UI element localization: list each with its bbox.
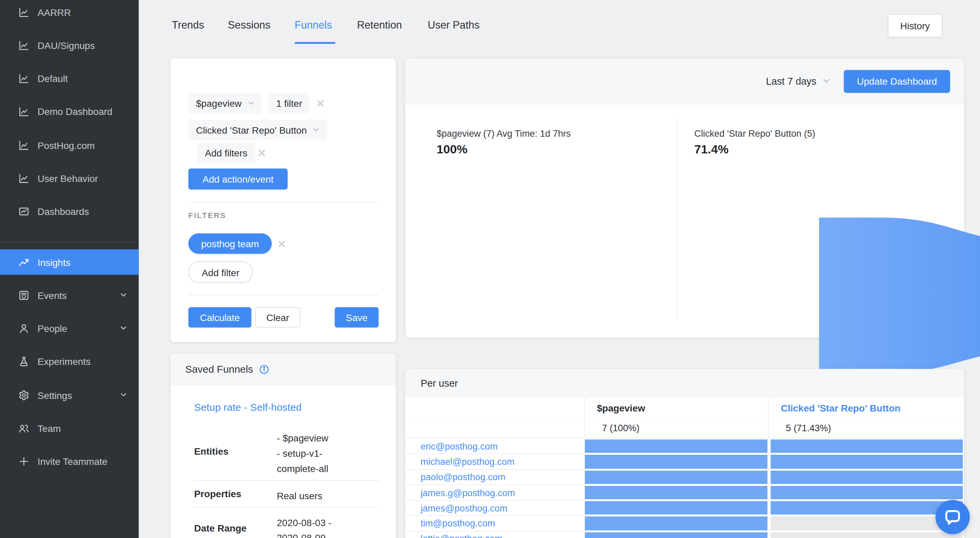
step1-event-label: $pageview [196,98,242,109]
save-button[interactable]: Save [335,307,379,327]
sidebar-item-settings[interactable]: Settings [0,379,139,411]
user-email-link[interactable]: eric@posthog.com [421,439,498,454]
user-email-link[interactable]: james@posthog.com [421,501,508,516]
sidebar-item-aarrr[interactable]: AARRR [0,0,139,29]
user-rows: eric@posthog.com michael@posthog.com pao… [405,439,964,538]
table-row: michael@posthog.com [405,454,964,470]
chart-line-icon [18,173,29,184]
chat-widget-button[interactable] [935,500,970,534]
saved-funnels-header: Saved Funnels [170,354,396,386]
sidebar-item-dau-signups[interactable]: DAU/Signups [0,29,139,62]
add-action-event-button[interactable]: Add action/event [189,169,288,190]
per-user-header: Per user [405,369,964,398]
user-cell: james@posthog.com [405,501,584,516]
date-range-dropdown[interactable]: Last 7 days [766,76,830,87]
flask-icon [18,356,29,367]
sidebar-item-posthog-com[interactable]: PostHog.com [0,129,139,162]
sidebar-item-label: Team [37,423,61,433]
add-filter-pill[interactable]: Add filter [189,262,253,283]
tab-retention[interactable]: Retention [357,19,402,31]
section-divider [189,295,379,295]
sidebar-item-insights[interactable]: Insights [0,249,139,275]
sidebar-item-people[interactable]: People [0,311,139,344]
chart-line-icon [18,73,29,84]
step1-bar [585,501,768,515]
info-icon[interactable] [259,364,269,375]
saved-funnels-panel: Saved Funnels Setup rate - Self-hosted E… [170,354,396,538]
entities-value-line: complete-all [277,461,328,476]
sidebar-item-default[interactable]: Default [0,62,139,95]
step2-column-header[interactable]: Clicked 'Star Repo' Button [768,398,964,419]
sidebar-item-events[interactable]: Events [0,279,139,311]
step1-count-cell: 7 (100%) [584,419,768,438]
caret-down-icon [247,100,255,107]
calculate-button[interactable]: Calculate [189,307,251,327]
step2-event-dropdown[interactable]: Clicked 'Star Repo' Button [189,120,327,141]
sidebar-item-label: Experiments [37,356,91,367]
clear-button[interactable]: Clear [255,307,301,327]
remove-step2-icon[interactable] [258,149,266,157]
active-filter-label: posthog team [201,238,259,249]
per-user-panel: Per user $pageview Clicked 'Star Repo' B… [405,369,964,538]
table-counts-row: 7 (100%) 5 (71.43%) [405,419,964,438]
update-dashboard-button[interactable]: Update Dashboard [844,70,950,92]
filters-section-label: FILTERS [189,211,226,220]
chart-line-icon [18,40,29,51]
step2-bar [771,470,963,484]
funnel-steps-panel: STEPS $pageview 1 filter Clicked 'Star R… [170,59,396,342]
step1-bar [585,455,768,469]
container-icon [18,290,29,301]
step2-bar [771,440,963,453]
chat-bubble-icon [942,506,964,528]
tab-sessions[interactable]: Sessions [228,19,270,31]
step2-bar [771,501,963,515]
step2-bar [771,532,963,538]
app-viewport: AARRR DAU/Signups Default Demo Dashboard… [0,0,980,538]
sidebar-item-label: AARRR [37,7,71,18]
chevron-down-icon [120,324,127,332]
sidebar-item-experiments[interactable]: Experiments [0,345,139,378]
step1-filter-count-chip[interactable]: 1 filter [269,93,310,114]
active-filter-pill[interactable]: posthog team [189,233,272,254]
tab-funnels[interactable]: Funnels [295,19,332,31]
properties-value: Real users [277,488,323,504]
saved-funnel-link[interactable]: Setup rate - Self-hosted [194,402,301,414]
tab-user-paths[interactable]: User Paths [428,19,480,31]
step2-add-filters-label: Add filters [205,148,247,159]
user-email-link[interactable]: james.g@posthog.com [421,485,515,500]
user-email-link[interactable]: tim@posthog.com [421,516,495,531]
tab-trends[interactable]: Trends [172,19,204,31]
user-email-link[interactable]: michael@posthog.com [421,454,514,469]
remove-filter-icon[interactable] [277,240,285,248]
sidebar-item-demo-dashboard[interactable]: Demo Dashboard [0,95,139,128]
chart-line-icon [18,106,29,117]
sidebar-item-dashboards[interactable]: Dashboards [0,195,139,227]
step2-bar [771,455,963,469]
add-filter-label: Add filter [202,267,240,278]
user-email-link[interactable]: paolo@posthog.com [421,470,505,485]
history-button[interactable]: History [888,14,943,37]
funnel-chart [819,216,980,375]
step1-bar [585,517,768,530]
step2-bar [771,486,963,500]
sidebar-item-user-behavior[interactable]: User Behavior [0,162,139,195]
sidebar-item-team[interactable]: Team [0,411,139,444]
user-email-link[interactable]: lottie@posthog.com [421,532,502,538]
sidebar-divider [0,242,139,243]
step1-event-dropdown[interactable]: $pageview [189,93,262,114]
team-icon [18,423,29,433]
funnel-viz-panel: Last 7 days Update Dashboard $pageview (… [405,59,964,338]
sidebar-item-label: Insights [37,257,70,268]
funnel-step-divider [677,117,678,318]
step2-bar [771,517,963,530]
remove-step1-icon[interactable] [316,99,324,108]
funnel-segment-step1 [819,217,980,374]
trending-up-icon [18,257,29,268]
table-header-row: $pageview Clicked 'Star Repo' Button [405,398,964,419]
section-divider [189,202,379,203]
sidebar-item-invite-teammate[interactable]: Invite Teammate [0,444,139,478]
user-cell: paolo@posthog.com [405,470,584,485]
table-row: james.g@posthog.com [405,485,964,501]
step2-add-filters-chip[interactable]: Add filters [197,143,255,163]
per-user-title: Per user [421,378,458,389]
